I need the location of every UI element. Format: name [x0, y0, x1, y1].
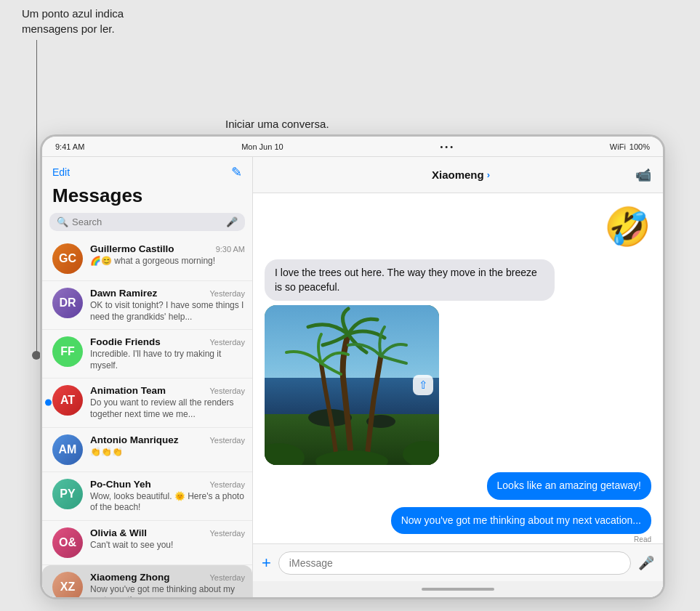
chat-contact-name: Xiaomeng: [432, 169, 484, 181]
bubble-text: I love the trees out here. The way they …: [265, 259, 555, 301]
conv-name: Antonio Manriquez: [90, 434, 179, 445]
conv-time: Yesterday: [209, 529, 245, 538]
conversation-item-olivia[interactable]: O&Olivia & WillYesterdayCan't wait to se…: [42, 521, 252, 565]
status-time: 9:41 AM: [55, 142, 84, 151]
bubble-text: Looks like an amazing getaway!: [487, 472, 651, 500]
edit-button[interactable]: Edit: [52, 166, 70, 178]
message-received-1: I love the trees out here. The way they …: [265, 259, 555, 465]
search-bar[interactable]: 🔍 🎤: [49, 213, 245, 231]
search-input[interactable]: [72, 217, 222, 227]
conv-preview: Do you want to review all the renders to…: [90, 397, 245, 420]
conv-name: Animation Team: [90, 385, 166, 396]
chevron-right-icon: ›: [487, 169, 490, 180]
conv-name: Guillermo Castillo: [90, 243, 174, 254]
avatar: GC: [52, 243, 83, 274]
home-indicator: [253, 581, 663, 597]
conv-name: Po-Chun Yeh: [90, 479, 151, 490]
conv-info: Po-Chun YehYesterdayWow, looks beautiful…: [90, 479, 245, 514]
conv-name: Olivia & Will: [90, 527, 147, 538]
conv-name: Foodie Friends: [90, 336, 161, 347]
video-call-button[interactable]: 📹: [635, 167, 651, 183]
conv-time: Yesterday: [209, 436, 245, 445]
conv-info: Dawn RamirezYesterdayOK to visit tonight…: [90, 288, 245, 323]
add-button[interactable]: +: [262, 554, 271, 572]
avatar: AT: [52, 385, 83, 416]
avatar: PY: [52, 479, 83, 509]
conversation-list: GCGuillermo Castillo9:30 AM🌈😊 what a gor…: [42, 237, 252, 597]
conv-preview: Incredible. I'll have to try making it m…: [90, 349, 245, 371]
conv-preview: OK to visit tonight? I have some things …: [90, 300, 245, 323]
emoji-reaction: 🤣: [604, 205, 651, 249]
beach-image[interactable]: ⇧: [265, 305, 439, 465]
conversation-item-antonio[interactable]: AMAntonio ManriquezYesterday👏👏👏: [42, 428, 252, 472]
avatar: XZ: [52, 572, 83, 597]
conv-preview: Can't wait to see you!: [90, 540, 245, 551]
annotation-line-blue: [36, 40, 37, 352]
main-area: Edit ✎ Messages 🔍 🎤 GCGuillermo Castillo…: [42, 157, 663, 597]
unread-dot: [45, 400, 52, 406]
message-sent-1: Looks like an amazing getaway!: [487, 472, 651, 500]
mic-button[interactable]: 🎤: [638, 555, 654, 571]
conv-preview: Now you've got me thinking about my next…: [90, 584, 245, 597]
compose-button[interactable]: ✎: [231, 164, 242, 180]
conv-info: Antonio ManriquezYesterday👏👏👏: [90, 434, 245, 458]
conv-time: Yesterday: [209, 573, 245, 582]
sidebar-header: Edit ✎: [42, 157, 252, 185]
chat-header: Xiaomeng › 📹: [253, 157, 663, 193]
conv-time: Yesterday: [209, 338, 245, 347]
conversation-item-animation[interactable]: ATAnimation TeamYesterdayDo you want to …: [42, 379, 252, 427]
conv-name: Dawn Ramirez: [90, 288, 157, 299]
conv-time: Yesterday: [209, 480, 245, 489]
conv-preview: 👏👏👏: [90, 447, 245, 458]
ipad-frame: 9:41 AM Mon Jun 10 • • • WiFi 100% Edit …: [40, 134, 665, 599]
home-bar: [422, 588, 494, 591]
conv-time: Yesterday: [209, 387, 245, 395]
conversation-item-foodie[interactable]: FFFoodie FriendsYesterdayIncredible. I'l…: [42, 330, 252, 379]
conv-preview: 🌈😊 what a gorgeous morning!: [90, 256, 245, 267]
conversation-item-xiaomeng[interactable]: XZXiaomeng ZhongYesterdayNow you've got …: [42, 565, 252, 597]
chat-input-bar: + 🎤: [253, 543, 663, 581]
avatar: FF: [52, 336, 83, 367]
avatar: DR: [52, 288, 83, 318]
bubble-text: Now you've got me thinking about my next…: [391, 507, 651, 535]
chat-messages: 🤣 I love the trees out here. The way the…: [253, 193, 663, 543]
search-icon: 🔍: [57, 217, 68, 227]
conv-info: Guillermo Castillo9:30 AM🌈😊 what a gorge…: [90, 243, 245, 267]
conversation-item-guillermo[interactable]: GCGuillermo Castillo9:30 AM🌈😊 what a gor…: [42, 237, 252, 281]
sidebar-title: Messages: [42, 185, 252, 213]
conv-info: Xiaomeng ZhongYesterdayNow you've got me…: [90, 572, 245, 597]
status-dots: • • •: [440, 142, 453, 151]
conv-info: Olivia & WillYesterdayCan't wait to see …: [90, 527, 245, 551]
share-button[interactable]: ⇧: [413, 375, 433, 395]
read-label: Read: [391, 535, 651, 543]
conv-time: 9:30 AM: [216, 245, 245, 254]
annotation-new-convo-text: Iniciar uma conversa.: [225, 116, 329, 131]
avatar: O&: [52, 527, 83, 558]
conv-time: Yesterday: [209, 289, 245, 298]
conv-info: Foodie FriendsYesterdayIncredible. I'll …: [90, 336, 245, 371]
message-input[interactable]: [278, 551, 631, 575]
conv-name: Xiaomeng Zhong: [90, 572, 170, 583]
chat-area: Xiaomeng › 📹 🤣 I love the trees out here…: [253, 157, 663, 597]
annotation-blue-dot-text: Um ponto azul indica mensagens por ler.: [22, 6, 167, 36]
avatar: AM: [52, 434, 83, 465]
sidebar: Edit ✎ Messages 🔍 🎤 GCGuillermo Castillo…: [42, 157, 253, 597]
conv-preview: Wow, looks beautiful. 🌞 Here's a photo o…: [90, 491, 245, 514]
conversation-item-pochun[interactable]: PYPo-Chun YehYesterdayWow, looks beautif…: [42, 472, 252, 521]
status-bar: 9:41 AM Mon Jun 10 • • • WiFi 100%: [42, 137, 663, 157]
mic-icon[interactable]: 🎤: [226, 217, 238, 227]
conversation-item-dawn[interactable]: DRDawn RamirezYesterdayOK to visit tonig…: [42, 281, 252, 330]
chat-contact-name-area[interactable]: Xiaomeng ›: [432, 169, 490, 181]
message-sent-2: Now you've got me thinking about my next…: [391, 507, 651, 543]
wifi-icon: WiFi: [610, 142, 626, 151]
battery-icon: 100%: [629, 142, 650, 151]
conv-info: Animation TeamYesterdayDo you want to re…: [90, 385, 245, 420]
status-date: Mon Jun 10: [241, 142, 283, 151]
